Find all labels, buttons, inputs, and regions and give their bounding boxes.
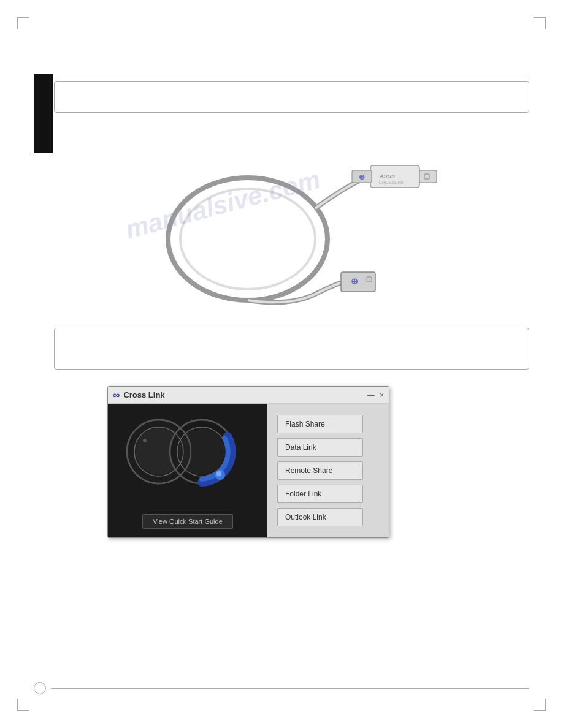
close-button[interactable]: × [380, 391, 384, 400]
flash-share-button[interactable]: Flash Share [277, 415, 363, 433]
infinity-graphic [113, 409, 262, 510]
crosslink-app-icon: ∞ [113, 390, 120, 401]
chapter-tab [34, 74, 53, 153]
app-left-panel: View Quick Start Guide [108, 404, 267, 537]
corner-mark-tr [534, 17, 546, 29]
app-titlebar: ∞ Cross Link — × [108, 387, 389, 404]
svg-text:⊕: ⊕ [351, 276, 358, 286]
svg-text:CROSSLINK: CROSSLINK [379, 180, 404, 184]
svg-rect-5 [419, 170, 437, 183]
svg-text:⊕: ⊕ [359, 173, 365, 181]
page-number-area [34, 682, 529, 694]
svg-point-25 [216, 471, 221, 476]
corner-mark-br [534, 699, 546, 711]
titlebar-controls[interactable]: — × [367, 391, 384, 400]
data-link-button[interactable]: Data Link [277, 438, 363, 457]
svg-text:ASUS: ASUS [379, 173, 395, 180]
app-right-panel: Flash Share Data Link Remote Share Folde… [267, 404, 389, 537]
view-quick-start-guide-button[interactable]: View Quick Start Guide [142, 514, 233, 529]
outlook-link-button[interactable]: Outlook Link [277, 508, 363, 526]
corner-mark-bl [17, 699, 29, 711]
info-box-top [54, 81, 529, 113]
page-number-circle [34, 682, 46, 694]
section-divider-top [54, 74, 529, 74]
corner-mark-tl [17, 17, 29, 29]
svg-point-26 [143, 439, 147, 442]
remote-share-button[interactable]: Remote Share [277, 461, 363, 480]
folder-link-button[interactable]: Folder Link [277, 485, 363, 503]
info-box-middle [54, 328, 529, 370]
titlebar-left: ∞ Cross Link [113, 390, 165, 401]
app-content: View Quick Start Guide Flash Share Data … [108, 404, 389, 537]
app-title: Cross Link [123, 390, 164, 400]
app-window: ∞ Cross Link — × [107, 386, 389, 538]
page-footer-line [51, 688, 529, 689]
svg-point-1 [180, 189, 315, 289]
svg-point-0 [168, 178, 327, 300]
usb-svg: ⊕ ASUS CROSSLINK ⊕ [80, 129, 514, 319]
usb-cable-illustration: ⊕ ASUS CROSSLINK ⊕ [80, 129, 514, 319]
minimize-button[interactable]: — [367, 391, 375, 400]
